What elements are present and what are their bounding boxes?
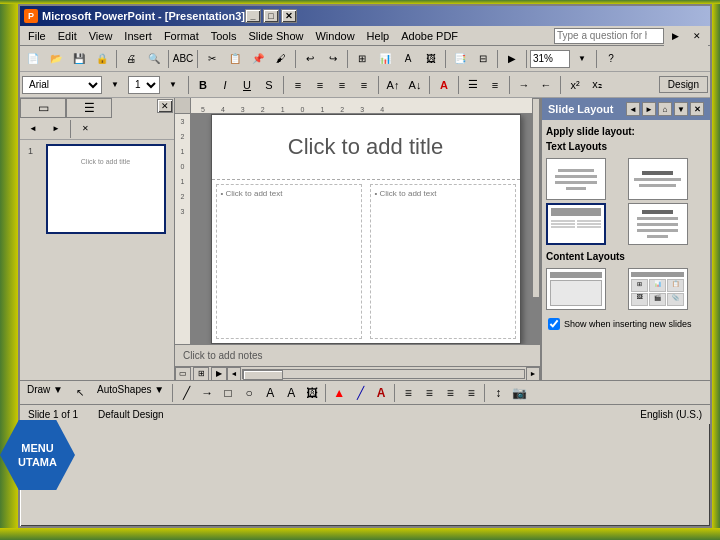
maximize-button[interactable]: □ — [263, 9, 279, 23]
font-family-select[interactable]: Arial — [22, 76, 102, 94]
insert-chart-button[interactable]: 📊 — [374, 49, 396, 69]
insert-wordart-button[interactable]: A — [397, 49, 419, 69]
rect-tool[interactable]: □ — [218, 384, 238, 402]
increase-size-button[interactable]: A↑ — [383, 76, 403, 94]
insert-clip-button[interactable]: 🖼 — [420, 49, 442, 69]
help-arrow-button[interactable]: ▶ — [664, 26, 686, 46]
clipart-tool[interactable]: 🖼 — [302, 384, 322, 402]
line-tool[interactable]: ╱ — [176, 384, 196, 402]
justify-button[interactable]: ≡ — [354, 76, 374, 94]
font-dropdown-btn[interactable]: ▼ — [104, 75, 126, 95]
spell-button[interactable]: ABC — [172, 49, 194, 69]
line-color-tool[interactable]: ╱ — [350, 384, 370, 402]
menu-window[interactable]: Window — [309, 28, 360, 44]
font-color-tool[interactable]: A — [371, 384, 391, 402]
slide-column-2[interactable]: • Click to add text — [370, 184, 516, 339]
select-arrow-btn[interactable]: ↖ — [69, 383, 91, 403]
help-search-box[interactable] — [554, 28, 664, 44]
autoshapes-button[interactable]: AutoShapes ▼ — [92, 383, 169, 403]
slidesorter-view-button[interactable]: ⊞ — [193, 367, 209, 381]
task-pane-fwd-btn[interactable]: ► — [642, 102, 656, 116]
new-slide-button[interactable]: 📑 — [449, 49, 471, 69]
redo-button[interactable]: ↪ — [322, 49, 344, 69]
font-color-button[interactable]: A — [434, 76, 454, 94]
layout-title-only[interactable] — [628, 158, 688, 200]
save-button[interactable]: 💾 — [68, 49, 90, 69]
scroll-right-button[interactable]: ► — [526, 367, 540, 381]
align-right-button[interactable]: ≡ — [332, 76, 352, 94]
print-preview-button[interactable]: 🔍 — [143, 49, 165, 69]
outline-fwd-btn[interactable]: ► — [45, 119, 67, 139]
outline-back-btn[interactable]: ◄ — [22, 119, 44, 139]
normal-view-button[interactable]: ▭ — [175, 367, 191, 381]
task-pane-back-btn[interactable]: ◄ — [626, 102, 640, 116]
increase-indent-button[interactable]: → — [514, 76, 534, 94]
show-inserting-checkbox[interactable] — [548, 318, 560, 330]
scroll-left-button[interactable]: ◄ — [227, 367, 241, 381]
menu-edit[interactable]: Edit — [52, 28, 83, 44]
new-button[interactable]: 📄 — [22, 49, 44, 69]
help-button[interactable]: ? — [600, 49, 622, 69]
slide-column-1[interactable]: • Click to add text — [216, 184, 362, 339]
slide-title-area[interactable]: Click to add title — [212, 115, 520, 180]
menu-slideshow[interactable]: Slide Show — [242, 28, 309, 44]
menu-file[interactable]: File — [22, 28, 52, 44]
permission-button[interactable]: 🔒 — [91, 49, 113, 69]
task-pane-home-btn[interactable]: ⌂ — [658, 102, 672, 116]
underline-button[interactable]: U — [237, 76, 257, 94]
close-help-button[interactable]: ✕ — [686, 26, 708, 46]
decrease-size-button[interactable]: A↓ — [405, 76, 425, 94]
show-button[interactable]: ▶ — [501, 49, 523, 69]
open-button[interactable]: 📂 — [45, 49, 67, 69]
zoom-dropdown-button[interactable]: ▼ — [571, 49, 593, 69]
size-dropdown-btn[interactable]: ▼ — [162, 75, 184, 95]
ellipse-tool[interactable]: ○ — [239, 384, 259, 402]
draw-button[interactable]: Draw ▼ — [22, 383, 68, 403]
layout-two-col[interactable] — [546, 203, 606, 245]
superscript-button[interactable]: x² — [565, 76, 585, 94]
numbered-list-button[interactable]: ≡ — [485, 76, 505, 94]
insert-table-button[interactable]: ⊞ — [351, 49, 373, 69]
menu-view[interactable]: View — [83, 28, 119, 44]
italic-button[interactable]: I — [215, 76, 235, 94]
fill-color-tool[interactable]: ▲ — [329, 384, 349, 402]
slideshow-view-button[interactable]: ▶ — [211, 367, 227, 381]
up-down-btn[interactable]: ↕ — [488, 384, 508, 402]
align-right-draw-btn[interactable]: ≡ — [440, 384, 460, 402]
paste-button[interactable]: 📌 — [247, 49, 269, 69]
task-pane-scrollbar[interactable] — [532, 98, 540, 298]
menu-insert[interactable]: Insert — [118, 28, 158, 44]
subscript-button[interactable]: x₂ — [587, 76, 607, 94]
design-button[interactable]: Design — [659, 76, 708, 93]
slide-thumbnail-1[interactable]: Click to add title — [46, 144, 166, 234]
arrow-tool[interactable]: → — [197, 384, 217, 402]
format-painter-button[interactable]: 🖌 — [270, 49, 292, 69]
layout-blank[interactable] — [546, 158, 606, 200]
justify-draw-btn[interactable]: ≡ — [461, 384, 481, 402]
slide-thumbnail-area[interactable]: 1 Click to add title — [20, 140, 174, 380]
notes-bar[interactable]: Click to add notes — [175, 344, 540, 366]
scroll-track-h[interactable] — [242, 369, 525, 379]
wordart-tool[interactable]: A — [281, 384, 301, 402]
copy-button[interactable]: 📋 — [224, 49, 246, 69]
task-pane-dropdown-btn[interactable]: ▼ — [674, 102, 688, 116]
slide-layout-button[interactable]: ⊟ — [472, 49, 494, 69]
close-button[interactable]: ✕ — [281, 9, 297, 23]
outline-close-btn[interactable]: ✕ — [74, 119, 96, 139]
bold-button[interactable]: B — [193, 76, 213, 94]
textbox-tool[interactable]: A — [260, 384, 280, 402]
insert-pic-btn[interactable]: 📷 — [509, 384, 529, 402]
shadow-button[interactable]: S — [259, 76, 279, 94]
outline-tab-outline[interactable]: ☰ — [66, 98, 112, 118]
align-center-draw-btn[interactable]: ≡ — [419, 384, 439, 402]
print-button[interactable]: 🖨 — [120, 49, 142, 69]
cut-button[interactable]: ✂ — [201, 49, 223, 69]
scroll-thumb-h[interactable] — [243, 370, 283, 380]
font-size-select[interactable]: 18 — [128, 76, 160, 94]
bullet-list-button[interactable]: ☰ — [463, 76, 483, 94]
layout-content-1[interactable] — [546, 268, 606, 310]
task-pane-close-btn[interactable]: ✕ — [690, 102, 704, 116]
layout-content-2[interactable]: ⊞ 📊 📋 🖼 🎬 📎 — [628, 268, 688, 310]
menu-adobepdf[interactable]: Adobe PDF — [395, 28, 464, 44]
decrease-indent-button[interactable]: ← — [536, 76, 556, 94]
